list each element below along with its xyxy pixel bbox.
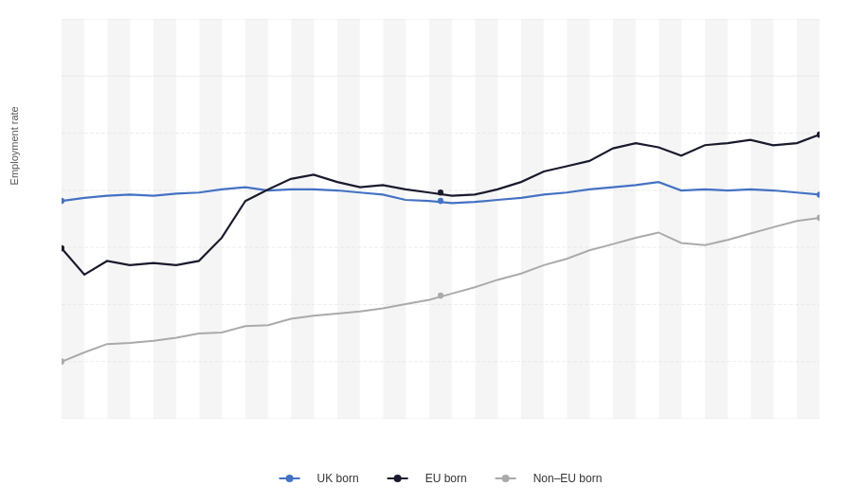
legend-non-eu-born-label: Non–EU born <box>533 472 603 485</box>
svg-point-20 <box>438 293 443 299</box>
legend-uk-born-label: UK born <box>317 472 359 485</box>
main-chart: 90% 85% 80% 75% 70% 65% 60% 55% <box>62 19 820 419</box>
chart-area: Employment rate <box>62 19 820 419</box>
svg-rect-2 <box>62 19 820 419</box>
legend-non-eu-born: Non–EU born <box>496 472 603 485</box>
svg-point-66 <box>502 475 510 482</box>
y-axis-label: Employment rate <box>9 106 20 185</box>
svg-point-23 <box>438 198 443 205</box>
chart-legend: UK born EU born Non–EU born <box>280 472 603 485</box>
legend-uk-born: UK born <box>280 472 359 485</box>
chart-container: Employment rate <box>0 0 848 504</box>
legend-eu-born: EU born <box>388 472 467 485</box>
svg-point-26 <box>438 189 443 196</box>
svg-point-64 <box>394 475 402 482</box>
legend-eu-born-label: EU born <box>425 472 467 485</box>
svg-point-62 <box>286 475 294 482</box>
